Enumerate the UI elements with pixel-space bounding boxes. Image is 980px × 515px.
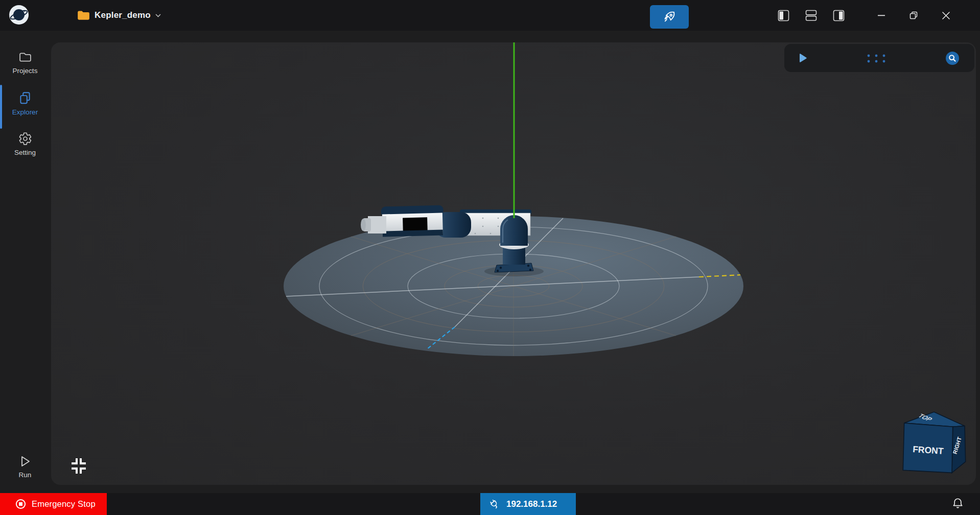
viewport-3d: TOP FRONT RIGHT bbox=[51, 42, 976, 485]
app-logo bbox=[9, 5, 29, 25]
play-filled-icon bbox=[799, 53, 807, 63]
scene-canvas[interactable] bbox=[51, 42, 976, 485]
sidebar-item-projects[interactable]: Projects bbox=[0, 50, 50, 75]
collapse-view-button[interactable] bbox=[69, 456, 88, 477]
run-button[interactable]: Run bbox=[0, 455, 50, 479]
sidebar: Projects Explorer Setting Run bbox=[0, 31, 50, 493]
window-controls bbox=[876, 0, 951, 31]
restore-icon bbox=[909, 11, 918, 20]
connection-button[interactable]: 192.168.1.12 bbox=[480, 493, 576, 515]
panel-split-horizontal-toggle[interactable] bbox=[804, 9, 818, 22]
panel-right-toggle[interactable] bbox=[832, 9, 846, 22]
minimize-icon bbox=[877, 11, 885, 19]
panel-split-horizontal-icon bbox=[805, 10, 817, 21]
emergency-stop-label: Emergency Stop bbox=[32, 499, 96, 509]
emergency-stop-button[interactable]: Emergency Stop bbox=[0, 493, 107, 515]
panel-right-icon bbox=[833, 10, 845, 21]
titlebar: Kepler_demo bbox=[0, 0, 980, 31]
orientation-cube[interactable]: TOP FRONT RIGHT bbox=[901, 407, 969, 479]
sidebar-item-label: Explorer bbox=[12, 108, 38, 116]
sidebar-item-label: Projects bbox=[13, 67, 38, 75]
folder-icon bbox=[77, 9, 90, 22]
play-outline-icon bbox=[19, 455, 31, 468]
project-selector[interactable]: Kepler_demo bbox=[77, 6, 161, 25]
sidebar-item-explorer[interactable]: Explorer bbox=[0, 91, 50, 116]
cube-label-front: FRONT bbox=[913, 444, 944, 456]
statusbar: Emergency Stop 192.168.1.12 bbox=[0, 493, 980, 515]
launch-button[interactable] bbox=[650, 5, 689, 29]
folder-outline-icon bbox=[18, 50, 32, 64]
gear-icon bbox=[18, 132, 32, 146]
sidebar-item-label: Setting bbox=[14, 149, 36, 156]
minimize-button[interactable] bbox=[876, 10, 886, 20]
simulate-play-button[interactable] bbox=[798, 52, 808, 64]
close-icon bbox=[942, 11, 950, 20]
panel-left-icon bbox=[778, 10, 789, 21]
plug-icon bbox=[488, 498, 500, 510]
viewport-toolbar bbox=[784, 44, 974, 72]
robot-shoulder-joint bbox=[500, 215, 528, 246]
toolbar-drag-handle[interactable] bbox=[866, 53, 886, 63]
drag-dots-icon bbox=[866, 53, 886, 63]
emergency-stop-icon bbox=[15, 499, 26, 509]
close-button[interactable] bbox=[941, 10, 951, 21]
chevron-down-icon bbox=[155, 14, 161, 17]
panel-left-toggle[interactable] bbox=[777, 9, 790, 22]
sidebar-item-setting[interactable]: Setting bbox=[0, 132, 50, 156]
app-window: Kepler_demo bbox=[0, 0, 980, 515]
layout-toggle-group bbox=[777, 0, 846, 31]
ip-address-label: 192.168.1.12 bbox=[506, 499, 557, 509]
run-label: Run bbox=[19, 471, 32, 479]
rocket-icon bbox=[663, 10, 676, 24]
documents-icon bbox=[18, 91, 32, 105]
zoom-search-button[interactable] bbox=[944, 50, 961, 66]
bell-icon bbox=[951, 497, 964, 510]
restore-button[interactable] bbox=[908, 10, 919, 21]
notifications-button[interactable] bbox=[951, 497, 964, 510]
axis-y-green bbox=[514, 42, 515, 218]
collapse-icon bbox=[69, 456, 88, 476]
planet-icon bbox=[9, 5, 29, 25]
project-name: Kepler_demo bbox=[95, 10, 151, 20]
zoom-search-icon bbox=[945, 51, 960, 65]
